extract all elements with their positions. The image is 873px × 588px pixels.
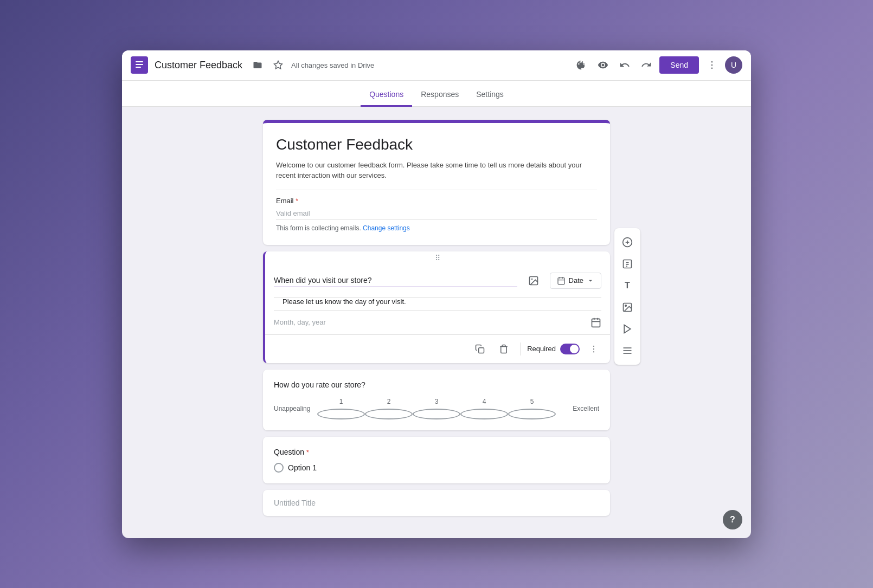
svg-marker-3 — [274, 61, 283, 69]
svg-point-4 — [711, 61, 713, 63]
rating-num-1: 1 — [317, 398, 365, 405]
svg-rect-13 — [592, 319, 600, 327]
svg-point-8 — [531, 278, 532, 280]
top-bar-right: Send U — [573, 56, 742, 74]
rating-radio-4[interactable] — [460, 409, 508, 419]
untitled-title: Untitled Title — [274, 499, 599, 507]
palette-icon-btn[interactable] — [573, 56, 590, 74]
form-main-title: Customer Feedback — [276, 136, 597, 153]
send-button[interactable]: Send — [659, 56, 699, 74]
side-toolbar: T — [614, 228, 640, 365]
rating-num-2: 2 — [365, 398, 413, 405]
more-question-options-btn[interactable] — [584, 339, 604, 359]
svg-rect-9 — [558, 277, 564, 284]
form-title: Customer Feedback — [155, 60, 242, 71]
question-row: Date — [265, 264, 610, 297]
add-section-btn[interactable] — [618, 341, 637, 360]
svg-point-18 — [593, 345, 594, 346]
folder-icon-btn[interactable] — [249, 56, 266, 74]
more-options-btn[interactable] — [703, 56, 721, 74]
mc-question-title: Question * — [274, 448, 599, 456]
saved-status: All changes saved in Drive — [291, 61, 374, 69]
add-video-btn[interactable] — [618, 319, 637, 339]
add-question-btn[interactable] — [618, 232, 637, 252]
rating-radio-5[interactable] — [508, 409, 556, 419]
date-input-row: Month, day, year — [265, 311, 610, 334]
change-settings-link[interactable]: Change settings — [363, 224, 410, 232]
top-bar: Customer Feedback All changes saved in D… — [122, 50, 751, 81]
rating-numbers: 1 2 3 4 5 — [317, 398, 556, 419]
svg-point-29 — [625, 305, 627, 306]
question-description: Please let us know the day of your visit… — [274, 298, 601, 311]
app-window: Customer Feedback All changes saved in D… — [122, 50, 751, 538]
help-button[interactable]: ? — [723, 510, 742, 529]
option-row-1: Option 1 — [274, 463, 599, 473]
image-add-btn[interactable] — [524, 271, 543, 290]
rating-card-content: How do you rate our store? Unappealing 1… — [263, 370, 610, 430]
svg-rect-17 — [479, 347, 484, 353]
add-image-btn[interactable] — [618, 298, 637, 317]
option-text-1: Option 1 — [288, 463, 317, 472]
option-radio-1[interactable] — [274, 463, 284, 473]
duplicate-question-btn[interactable] — [470, 339, 490, 359]
svg-point-20 — [593, 351, 594, 352]
main-content: Customer Feedback Welcome to our custome… — [122, 107, 751, 538]
date-question-card: ⠿ Date Please let us know the day of you… — [263, 251, 610, 363]
untitled-card-content: Untitled Title — [263, 490, 610, 516]
required-toggle[interactable] — [560, 344, 580, 354]
svg-point-5 — [711, 64, 713, 66]
email-section: Email * Valid email This form is collect… — [276, 190, 597, 232]
question-text-input[interactable] — [274, 274, 517, 287]
tab-questions[interactable]: Questions — [361, 83, 412, 107]
multiple-choice-content: Question * Option 1 — [263, 437, 610, 483]
delete-question-btn[interactable] — [494, 339, 513, 359]
drag-handle[interactable]: ⠿ — [265, 251, 610, 264]
rating-radio-2[interactable] — [365, 409, 413, 419]
tab-settings[interactable]: Settings — [467, 83, 512, 107]
rating-card: How do you rate our store? Unappealing 1… — [263, 370, 610, 430]
tabs-bar: Questions Responses Settings — [122, 81, 751, 107]
import-questions-btn[interactable] — [618, 254, 637, 274]
rating-scale: Unappealing 1 2 3 4 5 — [274, 398, 599, 419]
multiple-choice-card: Question * Option 1 — [263, 437, 610, 483]
form-header-card: Customer Feedback Welcome to our custome… — [263, 120, 610, 245]
rating-radio-3[interactable] — [413, 409, 460, 419]
mc-required-star: * — [306, 449, 309, 456]
question-actions: Required — [265, 334, 610, 363]
app-icon — [131, 56, 148, 74]
rating-radios-row — [317, 409, 556, 419]
rating-label-max: Excellent — [556, 405, 599, 412]
svg-rect-2 — [136, 67, 141, 68]
rating-nums-row: 1 2 3 4 5 — [317, 398, 556, 405]
tab-responses[interactable]: Responses — [412, 83, 467, 107]
divider-vertical — [520, 343, 521, 356]
rating-radio-1[interactable] — [317, 409, 365, 419]
title-icon: T — [625, 281, 630, 290]
star-icon-btn[interactable] — [269, 56, 287, 74]
undo-icon-btn[interactable] — [616, 56, 633, 74]
email-label: Email * — [276, 197, 597, 205]
add-title-btn[interactable]: T — [618, 276, 637, 295]
rating-label-min: Unappealing — [274, 405, 317, 412]
rating-question-title: How do you rate our store? — [274, 380, 599, 389]
date-placeholder: Month, day, year — [274, 318, 586, 326]
required-label: Required — [527, 345, 556, 353]
svg-point-6 — [711, 68, 713, 69]
preview-icon-btn[interactable] — [594, 56, 612, 74]
svg-rect-0 — [136, 61, 143, 62]
redo-icon-btn[interactable] — [638, 56, 655, 74]
user-avatar[interactable]: U — [725, 56, 742, 74]
svg-point-19 — [593, 348, 594, 349]
email-placeholder: Valid email — [276, 207, 597, 220]
question-type-select[interactable]: Date — [550, 273, 601, 289]
rating-num-5: 5 — [508, 398, 556, 405]
svg-marker-30 — [624, 325, 631, 333]
form-area: Customer Feedback Welcome to our custome… — [263, 120, 610, 525]
top-bar-file-icons — [249, 56, 287, 74]
email-required-star: * — [296, 197, 298, 205]
form-description: Welcome to our customer feedback form. P… — [276, 160, 597, 181]
untitled-section-card: Untitled Title — [263, 490, 610, 516]
rating-num-3: 3 — [413, 398, 460, 405]
svg-rect-1 — [136, 64, 143, 65]
question-type-label: Date — [569, 276, 583, 285]
